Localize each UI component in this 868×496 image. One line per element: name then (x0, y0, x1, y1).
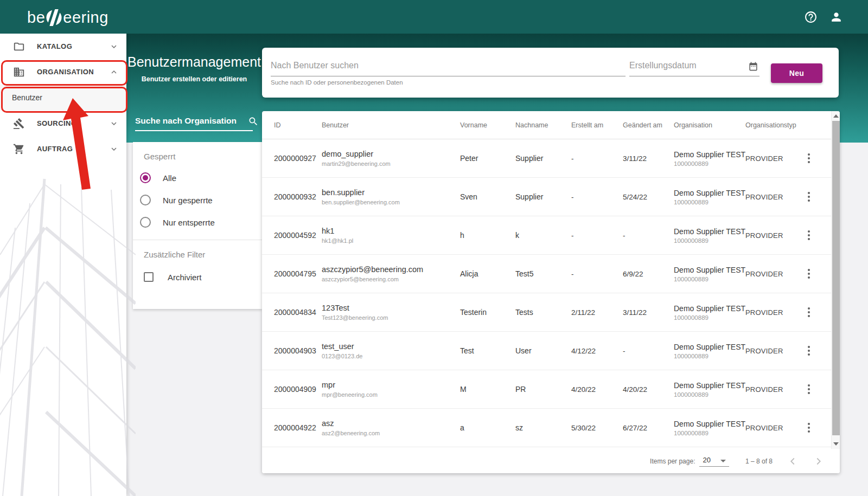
items-per-page-label: Items per page: (650, 458, 695, 465)
radio-nur-gesperrte[interactable]: Nur gesperrte (140, 195, 262, 205)
creation-date-input[interactable] (629, 57, 748, 76)
org-id: 1000000889 (674, 276, 745, 282)
cell-geaendert-am: 6/9/22 (623, 270, 674, 278)
table-row[interactable]: 2000004903 test_user 0123@0123.de Test U… (262, 332, 840, 370)
sidebar-item-organisation[interactable]: ORGANISATION (0, 59, 126, 85)
user-name: mpr (322, 381, 460, 389)
cell-erstellt-am: - (571, 154, 623, 163)
user-email: aszczypior5@beneering.com (322, 276, 460, 282)
gesperrt-label: Gesperrt (144, 152, 262, 161)
row-menu-icon[interactable] (805, 423, 813, 433)
user-email: ben.supplier@beneering.com (322, 199, 460, 205)
chevron-up-icon (109, 67, 119, 77)
account-icon[interactable] (829, 10, 843, 24)
row-menu-icon[interactable] (805, 230, 813, 240)
cell-vorname: Peter (460, 154, 515, 163)
user-name: hk1 (322, 227, 460, 235)
org-name: Demo Supplier TEST (674, 150, 745, 159)
cell-user: aszczypior5@beneering.com aszczypior5@be… (322, 265, 460, 282)
sidebar-item-katalog[interactable]: KATALOG (0, 34, 126, 59)
cell-organisation: Demo Supplier TEST 1000000889 (674, 381, 745, 398)
filter-divider (133, 240, 262, 240)
org-id: 1000000889 (674, 430, 745, 436)
cell-id: 2000004903 (274, 346, 322, 355)
cell-nachname: PR (515, 385, 571, 394)
table-row[interactable]: 2000004922 asz asz2@beneering.com a sz 5… (262, 409, 840, 447)
app-logo: be eering (27, 8, 108, 27)
organisation-search-input[interactable] (135, 116, 248, 130)
scroll-up-icon[interactable] (833, 114, 839, 118)
row-menu-icon[interactable] (805, 153, 813, 163)
table-row[interactable]: 2000004795 aszczypior5@beneering.com asz… (262, 255, 840, 293)
cell-id: 2000004909 (274, 385, 322, 394)
column-header: Erstellt am (571, 121, 623, 129)
cell-user: hk1 hk1@hk1.pl (322, 227, 460, 244)
help-icon[interactable] (804, 10, 818, 24)
cell-user: demo_supplier martin29@beneering.com (322, 150, 460, 167)
row-menu-icon[interactable] (805, 192, 813, 202)
scroll-down-icon[interactable] (833, 442, 839, 446)
cell-id: 2000004834 (274, 308, 322, 317)
cell-organisationstyp: PROVIDER (745, 193, 804, 201)
cell-vorname: Alicja (460, 269, 515, 278)
cell-geaendert-am: 3/11/22 (623, 154, 674, 163)
sidebar-submenu-benutzer[interactable]: Benutzer (0, 85, 126, 111)
column-header: Geändert am (623, 121, 674, 129)
user-name: ben.supplier (322, 188, 460, 197)
table-row[interactable]: 2000004592 hk1 hk1@hk1.pl h k - - Demo S… (262, 216, 840, 255)
table-body: 2000000927 demo_supplier martin29@beneer… (262, 139, 840, 447)
row-menu-icon[interactable] (805, 346, 813, 356)
user-name: test_user (322, 342, 460, 351)
user-email: asz2@beneering.com (322, 430, 460, 436)
table-row[interactable]: 2000000932 ben.supplier ben.supplier@ben… (262, 178, 840, 216)
checkbox-label: Archiviert (168, 273, 202, 282)
sidebar-item-label: KATALOG (37, 42, 109, 50)
items-per-page-select[interactable]: 20 (699, 456, 729, 467)
pagination-bar: Items per page: 20 1 – 8 of 8 (262, 449, 840, 473)
next-page-icon[interactable] (813, 455, 825, 467)
user-search-input[interactable] (271, 57, 626, 76)
cell-id: 2000004592 (274, 231, 322, 240)
cell-erstellt-am: 5/30/22 (571, 424, 623, 432)
cell-id: 2000004922 (274, 423, 322, 432)
table-row[interactable]: 2000000927 demo_supplier martin29@beneer… (262, 139, 840, 178)
cell-organisation: Demo Supplier TEST 1000000889 (674, 150, 745, 167)
cell-organisationstyp: PROVIDER (745, 154, 804, 163)
table-row[interactable]: 2000004834 123Test Test123@beneering.com… (262, 293, 840, 332)
cell-nachname: k (515, 231, 571, 240)
column-header: Vorname (460, 121, 515, 129)
row-menu-icon[interactable] (805, 269, 813, 279)
new-user-button[interactable]: Neu (771, 63, 822, 83)
radio-selected-icon (140, 172, 151, 183)
table-row[interactable]: 2000004909 mpr mpr@beneering.com M PR 4/… (262, 370, 840, 409)
search-icon[interactable] (248, 116, 259, 127)
radio-nur-entsperrte[interactable]: Nur entsperrte (140, 217, 262, 228)
row-menu-icon[interactable] (805, 384, 813, 394)
radio-label: Nur gesperrte (163, 196, 213, 205)
sidebar-item-sourcing[interactable]: SOURCING (0, 111, 126, 136)
sidebar-item-auftrag[interactable]: AUFTRAG (0, 136, 126, 162)
user-table-card: ID Benutzer Vorname Nachname Erstellt am… (262, 111, 840, 473)
cell-user: test_user 0123@0123.de (322, 342, 460, 359)
radio-label: Alle (163, 173, 176, 183)
radio-alle[interactable]: Alle (140, 172, 262, 183)
cell-id: 2000000932 (274, 192, 322, 201)
vertical-scrollbar[interactable] (831, 111, 840, 449)
cell-user: asz asz2@beneering.com (322, 419, 460, 436)
row-menu-icon[interactable] (805, 307, 813, 317)
cell-user: ben.supplier ben.supplier@beneering.com (322, 188, 460, 205)
user-name: demo_supplier (322, 150, 460, 158)
cell-organisationstyp: PROVIDER (745, 385, 804, 394)
scrollbar-thumb[interactable] (832, 121, 840, 435)
org-id: 1000000889 (674, 199, 745, 205)
cell-nachname: User (515, 346, 571, 355)
previous-page-icon[interactable] (787, 455, 799, 467)
calendar-icon[interactable] (748, 61, 758, 72)
cell-vorname: a (460, 423, 515, 432)
logo-text-prefix: be (27, 9, 45, 27)
org-name: Demo Supplier TEST (674, 189, 745, 197)
checkbox-archiviert[interactable]: Archiviert (144, 272, 262, 282)
org-id: 1000000889 (674, 391, 745, 398)
cell-id: 2000000927 (274, 154, 322, 163)
org-name: Demo Supplier TEST (674, 343, 745, 351)
